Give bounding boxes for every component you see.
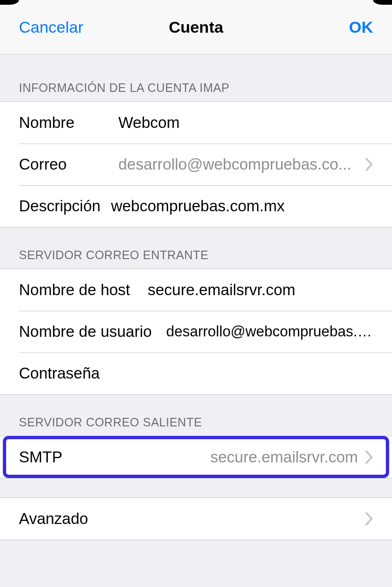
hostname-value: secure.emailsrvr.com — [148, 281, 373, 299]
chevron-right-icon — [365, 158, 373, 171]
email-value: desarrollo@webcompruebas.co... — [118, 155, 358, 173]
row-smtp[interactable]: SMTP secure.emailsrvr.com — [0, 436, 392, 478]
description-value: webcompruebas.com.mx — [111, 197, 373, 215]
ok-button[interactable]: OK — [349, 18, 373, 36]
section-header-outgoing: SERVIDOR CORREO SALIENTE — [0, 395, 392, 436]
chevron-right-icon — [365, 512, 373, 525]
smtp-label: SMTP — [19, 448, 62, 466]
row-description[interactable]: Descripción webcompruebas.com.mx — [0, 185, 392, 227]
group-advanced: Avanzado — [0, 497, 392, 540]
row-hostname[interactable]: Nombre de host secure.emailsrvr.com — [0, 269, 392, 311]
username-label: Nombre de usuario — [19, 323, 159, 341]
page-title: Cuenta — [169, 18, 223, 36]
smtp-value: secure.emailsrvr.com — [67, 448, 358, 466]
row-advanced[interactable]: Avanzado — [0, 498, 392, 540]
chevron-right-icon — [365, 451, 373, 464]
cancel-button[interactable]: Cancelar — [19, 18, 83, 36]
device-corner-left — [0, 0, 19, 5]
row-name[interactable]: Nombre Webcom — [0, 102, 392, 144]
description-label: Descripción — [19, 197, 100, 215]
email-label: Correo — [19, 155, 104, 173]
name-value: Webcom — [118, 114, 373, 132]
hostname-label: Nombre de host — [19, 281, 142, 299]
row-password[interactable]: Contraseña — [0, 352, 392, 394]
spacer — [0, 479, 392, 497]
navigation-bar: Cancelar Cuenta OK — [0, 0, 392, 54]
device-corner-right — [373, 0, 392, 5]
group-imap: Nombre Webcom Correo desarrollo@webcompr… — [0, 101, 392, 227]
group-incoming: Nombre de host secure.emailsrvr.com Nomb… — [0, 269, 392, 395]
row-username[interactable]: Nombre de usuario desarrollo@webcomprueb… — [0, 311, 392, 352]
section-header-incoming: SERVIDOR CORREO ENTRANTE — [0, 227, 392, 269]
username-value: desarrollo@webcompruebas.co... — [166, 323, 373, 340]
password-label: Contraseña — [19, 364, 100, 382]
section-header-imap: INFORMACIÓN DE LA CUENTA IMAP — [0, 54, 392, 101]
row-email[interactable]: Correo desarrollo@webcompruebas.co... — [0, 144, 392, 185]
name-label: Nombre — [19, 114, 104, 132]
advanced-label: Avanzado — [19, 510, 358, 528]
group-outgoing: SMTP secure.emailsrvr.com — [0, 436, 392, 479]
